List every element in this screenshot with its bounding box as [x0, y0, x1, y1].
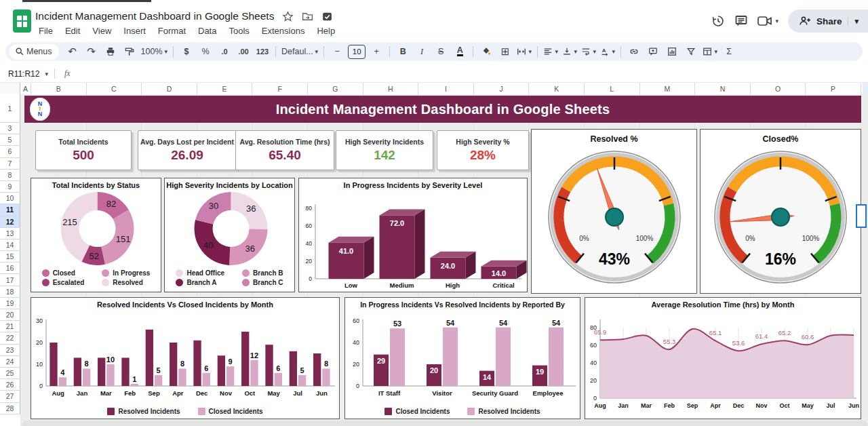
- column-header-P[interactable]: P: [806, 83, 861, 94]
- insert-comment-button[interactable]: [644, 44, 663, 59]
- row-header-13[interactable]: 13: [0, 228, 20, 239]
- move-folder-icon[interactable]: [302, 11, 313, 22]
- row-header-12[interactable]: 12: [0, 216, 20, 228]
- chart-panel-month-bars[interactable]: Resolved Incidents Vs Closed Incidents b…: [31, 297, 340, 419]
- row-header-14[interactable]: 14: [0, 239, 20, 251]
- row-header-25[interactable]: 25: [0, 368, 20, 379]
- font-size-increase-button[interactable]: +: [367, 44, 386, 59]
- menu-help[interactable]: Help: [312, 24, 340, 37]
- document-title[interactable]: Incident Management Dashboard in Google …: [35, 10, 274, 22]
- row-header-21[interactable]: 21: [0, 321, 20, 332]
- column-header-A[interactable]: A: [20, 83, 31, 94]
- version-history-icon[interactable]: [711, 14, 725, 28]
- row-header-22[interactable]: 22: [0, 332, 20, 344]
- decrease-decimal-button[interactable]: .0: [215, 44, 234, 59]
- text-wrap-button[interactable]: ▾: [579, 44, 598, 59]
- column-header-C[interactable]: C: [87, 83, 142, 94]
- font-size-input[interactable]: 10: [348, 45, 366, 59]
- functions-button[interactable]: Σ: [719, 44, 738, 59]
- row-header-7[interactable]: 7: [0, 158, 20, 170]
- row-header-20[interactable]: 20: [0, 309, 20, 321]
- select-all-corner[interactable]: [0, 83, 20, 94]
- italic-button[interactable]: I: [412, 44, 431, 59]
- menu-format[interactable]: Format: [153, 24, 191, 37]
- selection-range-indicator[interactable]: [856, 204, 867, 228]
- more-formats-button[interactable]: 123: [253, 44, 272, 59]
- row-header-24[interactable]: 24: [0, 356, 20, 368]
- menu-edit[interactable]: Edit: [60, 24, 85, 37]
- undo-button[interactable]: ↶: [63, 44, 82, 59]
- menu-view[interactable]: View: [87, 24, 116, 37]
- meet-camera-icon[interactable]: [757, 15, 772, 27]
- gauge-panel-resolved[interactable]: Resolved % 0%100%43%: [531, 129, 697, 294]
- text-color-button[interactable]: A: [457, 47, 463, 56]
- row-header-28[interactable]: 28: [0, 403, 20, 414]
- sheets-logo-icon[interactable]: [13, 9, 31, 33]
- chart-panel-reporter-bars[interactable]: In Progress Incidents Vs Resolved Incide…: [344, 297, 580, 419]
- row-header-3[interactable]: 3: [0, 123, 20, 134]
- star-icon[interactable]: [282, 11, 294, 22]
- menu-tools[interactable]: Tools: [224, 24, 254, 37]
- print-button[interactable]: [101, 44, 120, 59]
- comments-icon[interactable]: [734, 14, 748, 28]
- row-header-5[interactable]: 5: [0, 134, 20, 146]
- column-header-E[interactable]: E: [197, 83, 253, 94]
- insert-chart-button[interactable]: [663, 44, 682, 59]
- share-button[interactable]: Share ▾: [788, 9, 868, 33]
- column-header-J[interactable]: J: [474, 83, 530, 94]
- row-header-27[interactable]: 27: [0, 391, 20, 402]
- meet-dropdown-caret[interactable]: ▾: [775, 18, 778, 24]
- font-size-decrease-button[interactable]: −: [328, 44, 347, 59]
- column-header-F[interactable]: F: [252, 83, 308, 94]
- share-dropdown-caret[interactable]: ▾: [848, 17, 859, 26]
- menu-insert[interactable]: Insert: [119, 24, 151, 37]
- merge-cells-button[interactable]: ▾: [515, 44, 534, 59]
- horizontal-align-button[interactable]: ▾: [541, 44, 560, 59]
- row-header-19[interactable]: 19: [0, 298, 20, 309]
- text-rotation-button[interactable]: A▾: [598, 44, 617, 59]
- menus-search-button[interactable]: Menus: [9, 44, 59, 60]
- paint-format-button[interactable]: [120, 44, 139, 59]
- column-header-I[interactable]: I: [418, 83, 474, 94]
- column-header-O[interactable]: O: [751, 83, 806, 94]
- spreadsheet-canvas[interactable]: NtN Incident Management Dashboard in Goo…: [20, 94, 868, 426]
- column-header-N[interactable]: N: [695, 83, 751, 94]
- menu-extensions[interactable]: Extensions: [257, 24, 310, 37]
- format-currency-button[interactable]: $: [177, 44, 196, 59]
- menu-file[interactable]: File: [34, 24, 58, 37]
- insert-link-button[interactable]: [625, 44, 644, 59]
- row-header-16[interactable]: 16: [0, 263, 20, 274]
- gauge-panel-closed[interactable]: Closed% 0%100%16%: [700, 129, 861, 294]
- row-header-10[interactable]: 10: [0, 193, 20, 204]
- column-header-G[interactable]: G: [308, 83, 363, 94]
- font-select[interactable]: Defaul...▾: [279, 44, 320, 59]
- format-percent-button[interactable]: %: [196, 44, 215, 59]
- column-header-D[interactable]: D: [142, 83, 197, 94]
- increase-decimal-button[interactable]: .00: [234, 44, 253, 59]
- row-header-9[interactable]: 9: [0, 181, 20, 193]
- fill-color-button[interactable]: [477, 44, 496, 59]
- row-header-1[interactable]: 1: [0, 94, 20, 123]
- zoom-select[interactable]: 100%▾: [139, 44, 170, 59]
- menu-data[interactable]: Data: [193, 24, 221, 37]
- row-header-18[interactable]: 18: [0, 286, 20, 298]
- chart-panel-status-donut[interactable]: Total Incidents by Status 8215152215 Clo…: [31, 178, 161, 292]
- strikethrough-button[interactable]: S: [431, 44, 450, 59]
- row-header-26[interactable]: 26: [0, 379, 20, 391]
- chart-panel-severity-bars[interactable]: In Progress Incidents by Severity Level …: [298, 178, 528, 292]
- column-header-B[interactable]: B: [31, 83, 87, 94]
- chart-panel-location-donut[interactable]: High Severity Incidents by Location 3636…: [164, 178, 295, 292]
- column-header-L[interactable]: L: [585, 83, 640, 94]
- column-header-K[interactable]: K: [529, 83, 585, 94]
- bold-button[interactable]: B: [393, 44, 412, 59]
- column-header-M[interactable]: M: [640, 83, 696, 94]
- chart-panel-resolution-area[interactable]: Average Resolution Time (hrs) by Month 0…: [585, 297, 861, 419]
- row-header-6[interactable]: 6: [0, 146, 20, 157]
- row-header-23[interactable]: 23: [0, 345, 20, 356]
- table-views-button[interactable]: ▾: [701, 44, 719, 59]
- row-header-15[interactable]: 15: [0, 251, 20, 263]
- column-header-H[interactable]: H: [363, 83, 419, 94]
- row-header-8[interactable]: 8: [0, 170, 20, 181]
- borders-button[interactable]: ⊞: [496, 44, 515, 59]
- name-box[interactable]: R11:R12▾: [0, 69, 47, 79]
